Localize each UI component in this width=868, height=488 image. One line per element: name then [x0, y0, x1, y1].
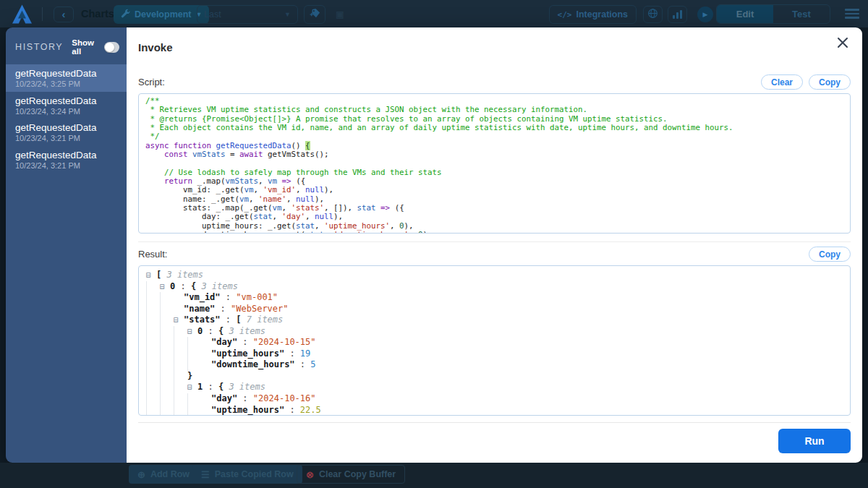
- json-punct: :: [221, 314, 237, 325]
- tree-line: ⊟0 : { 3 items: [143, 326, 846, 338]
- json-punct: :: [284, 405, 300, 415]
- history-header: HISTORY Show all: [6, 27, 127, 64]
- json-key: "day": [211, 393, 237, 403]
- wrench-icon: [121, 9, 130, 20]
- tab-test[interactable]: Test: [773, 5, 830, 23]
- tree-line: "downtime_hours" : 5: [143, 359, 846, 371]
- tree-line: "day" : "2024-10-15": [143, 337, 846, 348]
- json-key: "uptime_hours": [211, 348, 284, 359]
- json-punct: [: [236, 314, 246, 325]
- json-punct: {: [218, 326, 229, 336]
- secondary-tool-button[interactable]: ▣: [330, 5, 350, 24]
- json-punct: :: [203, 326, 218, 336]
- history-item-name: getRequestedData: [15, 95, 121, 107]
- result-copy-button[interactable]: Copy: [809, 247, 851, 262]
- tree-line: }: [143, 371, 846, 382]
- history-sidebar: HISTORY Show all getRequestedData10/23/2…: [6, 27, 127, 463]
- show-all-toggle[interactable]: [104, 42, 119, 53]
- background-bottom-bar: ⊕ Add Row ☰ Paste Copied Row ⊗ Clear Cop…: [0, 463, 868, 488]
- json-punct: :: [237, 393, 253, 403]
- tree-line: ⊟"stats" : [ 7 items: [143, 314, 846, 326]
- history-item[interactable]: getRequestedData10/23/24, 3:21 PM: [6, 146, 127, 174]
- history-item-timestamp: 10/23/24, 3:25 PM: [15, 80, 121, 89]
- app-logo-icon: [12, 4, 33, 27]
- result-viewer[interactable]: ⊟[ 3 items⊟0 : { 3 items"vm_id" : "vm-00…: [138, 265, 851, 416]
- script-copy-button[interactable]: Copy: [809, 74, 851, 90]
- json-value: 5: [310, 359, 315, 369]
- top-toolbar: ‹ Charts Development ▼ Last ▼ ▣ </> Inte…: [0, 0, 868, 27]
- breadcrumb-charts[interactable]: Charts: [81, 8, 114, 20]
- collapse-toggle-icon[interactable]: ⊟: [160, 281, 170, 293]
- close-icon: [837, 37, 848, 48]
- environment-dropdown[interactable]: Development ▼: [114, 5, 209, 24]
- menu-button[interactable]: [845, 9, 859, 19]
- tree-line: "uptime_hours" : 22.5: [143, 405, 846, 416]
- json-punct: 7 items: [247, 314, 284, 325]
- collapse-toggle-icon[interactable]: ⊟: [146, 270, 156, 281]
- collapse-toggle-icon[interactable]: ⊟: [174, 314, 184, 326]
- code-brackets-icon: </>: [558, 10, 572, 20]
- paste-copied-row-button[interactable]: ☰ Paste Copied Row: [192, 465, 302, 484]
- integrations-button[interactable]: </> Integrations: [549, 5, 637, 24]
- history-item-name: getRequestedData: [15, 149, 121, 161]
- x-circle-icon: ⊗: [306, 469, 314, 480]
- chart-view-button[interactable]: [668, 6, 687, 23]
- back-button[interactable]: ‹: [54, 7, 74, 22]
- play-icon: ▶: [703, 11, 708, 18]
- tool-icon: ▣: [336, 9, 344, 20]
- invoke-modal: Invoke Script: Clear Copy /** * Retrieve…: [127, 27, 862, 463]
- json-value: 22.5: [300, 405, 321, 415]
- history-item-name: getRequestedData: [15, 121, 121, 134]
- globe-button[interactable]: [643, 6, 663, 23]
- result-label: Result:: [138, 249, 167, 260]
- time-range-value: Last: [204, 9, 221, 20]
- tab-edit[interactable]: Edit: [717, 5, 773, 23]
- history-item[interactable]: getRequestedData10/23/24, 3:21 PM: [6, 119, 127, 146]
- script-editor[interactable]: /** * Retrieves VM uptime statistics and…: [138, 93, 851, 234]
- json-punct: :: [295, 359, 311, 369]
- script-clear-button[interactable]: Clear: [761, 74, 803, 90]
- list-icon: ☰: [201, 469, 210, 480]
- history-list: getRequestedData10/23/24, 3:25 PMgetRequ…: [6, 64, 127, 173]
- history-item-timestamp: 10/23/24, 3:24 PM: [15, 107, 121, 116]
- integrations-label: Integrations: [576, 9, 628, 20]
- json-punct: [: [156, 270, 166, 280]
- code-line: * Each object contains the VM id, name, …: [145, 124, 843, 132]
- json-key: "day": [211, 337, 237, 347]
- history-item-timestamp: 10/23/24, 3:21 PM: [15, 161, 121, 171]
- script-label: Script:: [138, 77, 165, 87]
- json-punct: :: [215, 304, 231, 314]
- collapse-toggle-icon[interactable]: ⊟: [187, 382, 197, 393]
- plus-circle-icon: ⊕: [137, 469, 145, 480]
- json-punct: 3 items: [229, 382, 265, 392]
- tree-line: ⊟0 : { 3 items: [143, 281, 846, 293]
- json-value: "vm-001": [236, 292, 278, 302]
- environment-label: Development: [135, 9, 192, 20]
- edit-test-toggle: Edit Test: [716, 4, 830, 24]
- json-key: "vm_id": [184, 292, 221, 302]
- history-item[interactable]: getRequestedData10/23/24, 3:24 PM: [6, 92, 127, 119]
- json-value: "2024-10-15": [253, 337, 316, 347]
- bar-chart-icon: [673, 15, 675, 19]
- add-row-button[interactable]: ⊕ Add Row: [129, 465, 198, 484]
- json-punct: 3 items: [166, 270, 203, 280]
- time-range-dropdown[interactable]: Last ▼: [197, 5, 298, 24]
- run-button[interactable]: Run: [778, 429, 851, 453]
- json-key: "name": [184, 304, 215, 314]
- clear-copy-buffer-button[interactable]: ⊗ Clear Copy Buffer: [297, 465, 405, 484]
- tree-line: "uptime_hours" : 19: [143, 348, 846, 360]
- json-punct: :: [203, 382, 218, 392]
- close-button[interactable]: [837, 37, 850, 50]
- tree-line: "day" : "2024-10-16": [143, 393, 846, 405]
- json-value: "WebServer": [231, 304, 288, 314]
- json-punct: :: [237, 337, 253, 347]
- json-punct: :: [175, 281, 191, 291]
- collapse-toggle-icon[interactable]: ⊟: [187, 326, 197, 338]
- run-preview-button[interactable]: ▶: [697, 7, 713, 22]
- json-value: "2024-10-16": [253, 393, 316, 403]
- script-code: /** * Retrieves VM uptime statistics and…: [145, 97, 843, 234]
- history-item[interactable]: getRequestedData10/23/24, 3:25 PM: [6, 64, 127, 92]
- json-punct: {: [218, 382, 229, 392]
- tree-line: "vm_id" : "vm-001": [143, 292, 846, 304]
- add-tag-button[interactable]: [304, 5, 326, 24]
